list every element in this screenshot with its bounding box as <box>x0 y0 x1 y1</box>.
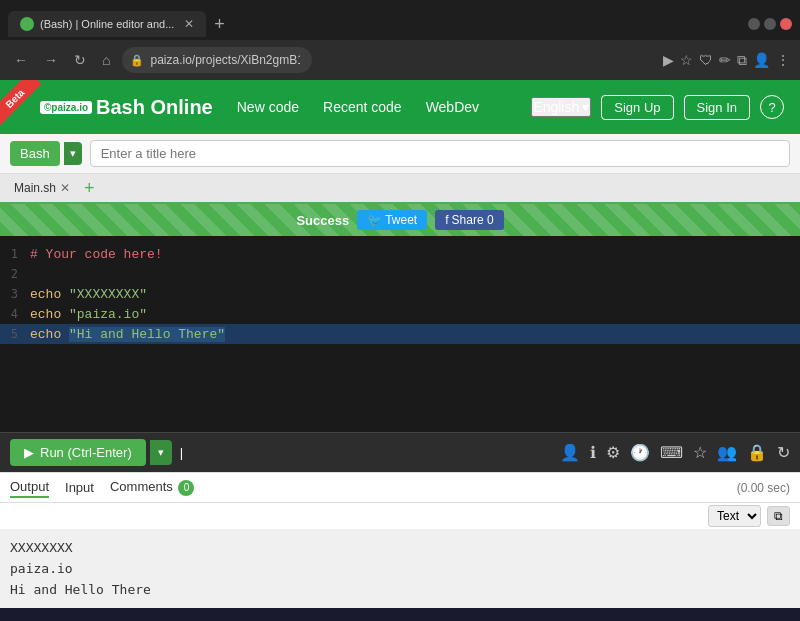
language-button[interactable]: English ▾ <box>531 97 591 117</box>
tab-close-icon[interactable]: ✕ <box>184 17 194 31</box>
title-input[interactable] <box>90 140 790 167</box>
minimize-btn[interactable] <box>748 18 760 30</box>
clock-icon[interactable]: 🕐 <box>630 443 650 462</box>
success-bar: Success 🐦 Tweet f Share 0 <box>0 204 800 236</box>
tweet-button[interactable]: 🐦 Tweet <box>357 210 427 230</box>
file-tab-close-icon[interactable]: ✕ <box>60 181 70 195</box>
code-line-3: 3 echo "XXXXXXXX" <box>0 284 800 304</box>
code-line-1: 1 # Your code here! <box>0 244 800 264</box>
code-line-2: 2 <box>0 264 800 284</box>
run-input[interactable] <box>180 445 552 460</box>
pen-icon[interactable]: ✏ <box>719 52 731 68</box>
header-right: English ▾ Sign Up Sign In ? <box>531 95 784 120</box>
chevron-down-icon: ▾ <box>582 99 589 115</box>
copy-button[interactable]: ⧉ <box>767 506 790 526</box>
run-button[interactable]: ▶ Run (Ctrl-Enter) <box>10 439 146 466</box>
tab-bar: (Bash) | Online editor and... ✕ + <box>0 0 800 40</box>
new-tab-button[interactable]: + <box>214 14 225 35</box>
beta-badge: Beta <box>0 80 41 125</box>
output-line-3: Hi and Hello There <box>10 580 790 601</box>
refresh-icon[interactable]: ↻ <box>777 443 790 462</box>
bash-dropdown-button[interactable]: ▾ <box>64 142 82 165</box>
play-icon: ▶ <box>24 445 34 460</box>
run-dropdown-button[interactable]: ▾ <box>150 440 172 465</box>
output-panel: Output Input Comments 0 (0.00 sec) Text … <box>0 472 800 608</box>
site-wrapper: Beta ©paiza.io Bash Online New code Rece… <box>0 80 800 608</box>
menu-icon[interactable]: ⋮ <box>776 52 790 68</box>
tab-comments[interactable]: Comments 0 <box>110 477 194 498</box>
editor-spacer <box>0 344 800 424</box>
tab-title: (Bash) | Online editor and... <box>40 18 174 30</box>
site-header: Beta ©paiza.io Bash Online New code Rece… <box>0 80 800 134</box>
nav-new-code[interactable]: New code <box>237 99 299 115</box>
profile-icon[interactable]: 👤 <box>753 52 770 68</box>
site-nav: New code Recent code WebDev <box>237 99 479 115</box>
help-button[interactable]: ? <box>760 95 784 119</box>
logo-badge: ©paiza.io <box>40 101 92 114</box>
sign-up-button[interactable]: Sign Up <box>601 95 673 120</box>
logo-text: Bash Online <box>96 96 213 119</box>
lock-icon: 🔒 <box>130 54 144 67</box>
output-content: XXXXXXXX paiza.io Hi and Hello There <box>0 530 800 608</box>
output-tabs: Output Input Comments 0 (0.00 sec) <box>0 473 800 503</box>
browser-actions: ▶ ☆ 🛡 ✏ ⧉ 👤 ⋮ <box>663 52 790 69</box>
extensions-icon[interactable]: ⧉ <box>737 52 747 69</box>
file-tab-main[interactable]: Main.sh ✕ <box>8 179 76 197</box>
tab-input[interactable]: Input <box>65 478 94 497</box>
nav-recent-code[interactable]: Recent code <box>323 99 402 115</box>
cast-icon[interactable]: ▶ <box>663 52 674 68</box>
site-logo: ©paiza.io Bash Online <box>40 96 213 119</box>
code-line-5: 5 echo "Hi and Hello There" <box>0 324 800 344</box>
settings-icon[interactable]: ⚙ <box>606 443 620 462</box>
code-line-4: 4 echo "paiza.io" <box>0 304 800 324</box>
bash-button[interactable]: Bash <box>10 141 60 166</box>
tab-output[interactable]: Output <box>10 477 49 498</box>
lock-icon[interactable]: 🔒 <box>747 443 767 462</box>
code-editor[interactable]: 1 # Your code here! 2 3 echo "XXXXXXXX" … <box>0 236 800 432</box>
bookmark-star-icon[interactable]: ☆ <box>680 52 693 68</box>
forward-button[interactable]: → <box>40 50 62 70</box>
output-line-1: XXXXXXXX <box>10 538 790 559</box>
output-line-2: paiza.io <box>10 559 790 580</box>
maximize-btn[interactable] <box>764 18 776 30</box>
output-controls: Text ⧉ <box>0 503 800 530</box>
nav-webdev[interactable]: WebDev <box>426 99 479 115</box>
browser-chrome: (Bash) | Online editor and... ✕ + ← → ↻ … <box>0 0 800 80</box>
user-icon[interactable]: 👤 <box>560 443 580 462</box>
twitter-icon: 🐦 <box>367 213 382 227</box>
keyboard-icon[interactable]: ⌨ <box>660 443 683 462</box>
info-icon[interactable]: ℹ <box>590 443 596 462</box>
run-actions: 👤 ℹ ⚙ 🕐 ⌨ ☆ 👥 🔒 ↻ <box>560 443 790 462</box>
share-button[interactable]: f Share 0 <box>435 210 503 230</box>
browser-tab[interactable]: (Bash) | Online editor and... ✕ <box>8 11 206 37</box>
add-file-button[interactable]: + <box>84 178 95 199</box>
refresh-button[interactable]: ↻ <box>70 50 90 70</box>
facebook-icon: f <box>445 213 448 227</box>
format-select[interactable]: Text <box>708 505 761 527</box>
star-icon[interactable]: ☆ <box>693 443 707 462</box>
shield-icon[interactable]: 🛡 <box>699 52 713 68</box>
sign-in-button[interactable]: Sign In <box>684 95 750 120</box>
file-tabs: Main.sh ✕ + <box>0 174 800 204</box>
back-button[interactable]: ← <box>10 50 32 70</box>
people-icon[interactable]: 👥 <box>717 443 737 462</box>
run-bar: ▶ Run (Ctrl-Enter) ▾ 👤 ℹ ⚙ 🕐 ⌨ ☆ 👥 🔒 ↻ <box>0 432 800 472</box>
output-time: (0.00 sec) <box>737 481 790 495</box>
home-button[interactable]: ⌂ <box>98 50 114 70</box>
tab-favicon <box>20 17 34 31</box>
address-bar-row: ← → ↻ ⌂ 🔒 ▶ ☆ 🛡 ✏ ⧉ 👤 ⋮ <box>0 40 800 80</box>
success-text: Success <box>296 213 349 228</box>
close-btn[interactable] <box>780 18 792 30</box>
address-bar[interactable] <box>122 47 312 73</box>
editor-toolbar: Bash ▾ <box>0 134 800 174</box>
address-wrapper: 🔒 <box>122 47 655 73</box>
comments-badge: 0 <box>178 480 194 496</box>
